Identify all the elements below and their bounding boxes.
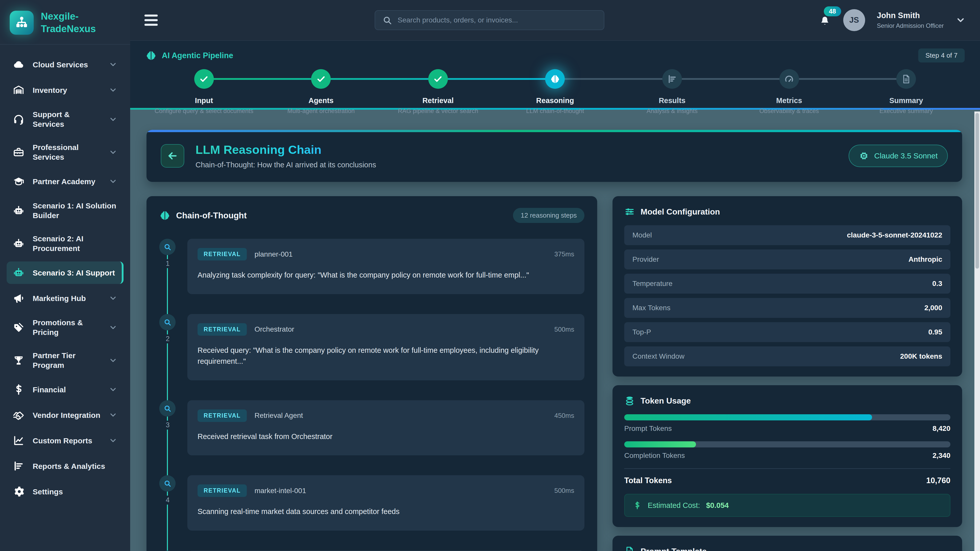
divider	[624, 468, 950, 469]
sitemap-logo-icon	[10, 11, 34, 35]
prompt-template-panel: Prompt Template SYSTEM You are an expert…	[612, 536, 962, 551]
sidebar-item-label: Promotions & Pricing	[33, 318, 100, 337]
back-button[interactable]	[161, 144, 184, 168]
file-text-icon	[901, 74, 912, 84]
scrollbar-thumb[interactable]	[975, 113, 979, 268]
step-type-badge: RETRIEVAL	[197, 248, 247, 260]
sidebar-item-scenario-3[interactable]: Scenario 3: AI Support	[6, 262, 124, 284]
reasoning-step-card: RETRIEVAL Retrieval Agent 450ms Received…	[187, 400, 584, 456]
check-icon	[433, 74, 443, 84]
reasoning-steps-count-badge: 12 reasoning steps	[513, 208, 584, 223]
sidebar-item-partner-tier-program[interactable]: Partner Tier Program	[6, 345, 124, 375]
handshake-icon	[13, 409, 24, 421]
graduation-cap-icon	[13, 176, 24, 187]
pipeline-step-circle[interactable]	[545, 69, 565, 89]
pipeline-step-label: Metrics	[776, 97, 802, 105]
brain-icon	[145, 50, 157, 61]
model-badge: Claude 3.5 Sonnet	[849, 144, 948, 167]
arrow-left-icon	[167, 150, 178, 162]
user-meta: John Smith Senior Admission Officer	[877, 11, 944, 30]
sidebar-item-financial[interactable]: Financial	[6, 378, 124, 401]
scrollbar-track[interactable]	[974, 111, 980, 551]
step-type-badge: RETRIEVAL	[197, 410, 247, 422]
sidebar-item-label: Support & Services	[33, 110, 100, 129]
token-usage-title: Token Usage	[624, 395, 950, 406]
sidebar-item-label: Marketing Hub	[33, 294, 100, 303]
menu-toggle-button[interactable]	[145, 14, 158, 26]
config-value: Anthropic	[908, 256, 942, 264]
pipeline-step-agents[interactable]: Agents Multi-agent orchestration	[262, 69, 380, 114]
sidebar-item-inventory[interactable]: Inventory	[6, 79, 124, 101]
sidebar-item-scenario-2[interactable]: Scenario 2: AI Procurement	[6, 229, 124, 259]
topbar-right: 48 JS John Smith Senior Admission Office…	[818, 9, 966, 31]
robot-icon	[13, 205, 24, 217]
sidebar-item-label: Scenario 2: AI Procurement	[33, 234, 118, 253]
sidebar-item-vendor-integration[interactable]: Vendor Integration	[6, 404, 124, 426]
tags-icon	[13, 322, 24, 333]
sidebar-item-reports-analytics[interactable]: Reports & Analytics	[6, 455, 124, 477]
config-row: Max Tokens 2,000	[624, 298, 950, 318]
chart-line-icon	[13, 435, 24, 446]
chevron-down-icon	[109, 436, 118, 445]
avatar[interactable]: JS	[843, 9, 865, 31]
search-icon	[382, 15, 392, 25]
pipeline-step-circle[interactable]	[194, 69, 214, 89]
sidebar-item-partner-academy[interactable]: Partner Academy	[6, 170, 124, 192]
user-menu-chevron-icon[interactable]	[956, 15, 966, 25]
step-type-badge: RETRIEVAL	[197, 323, 247, 336]
prompt-template-title: Prompt Template	[624, 546, 950, 551]
sidebar-item-custom-reports[interactable]: Custom Reports	[6, 429, 124, 452]
pipeline-step-reasoning[interactable]: Reasoning LLM chain-of-thought	[496, 69, 614, 114]
config-value: 2,000	[924, 304, 942, 312]
pipeline-step-circle[interactable]	[662, 69, 682, 89]
config-label: Temperature	[632, 279, 673, 288]
warehouse-icon	[13, 84, 24, 96]
pipeline-step-label: Agents	[309, 97, 334, 105]
pipeline-step-circle[interactable]	[780, 69, 799, 89]
pipeline-step-retrieval[interactable]: Retrieval RAG pipeline & vector search	[380, 69, 496, 114]
dollar-icon	[633, 501, 641, 510]
step-number: 2	[163, 334, 172, 343]
pipeline-step-results[interactable]: Results Analysis & insights	[614, 69, 731, 114]
sidebar-item-cloud-services[interactable]: Cloud Services	[6, 53, 124, 76]
pipeline-step-label: Results	[659, 97, 686, 105]
notifications-button[interactable]: 48	[818, 13, 832, 27]
right-column: Model Configuration Model claude-3-5-son…	[612, 196, 962, 551]
model-configuration-panel: Model Configuration Model claude-3-5-son…	[612, 196, 962, 376]
file-code-icon	[624, 546, 635, 551]
model-configuration-rows: Model claude-3-5-sonnet-20241022 Provide…	[624, 225, 950, 366]
sidebar-item-promotions-pricing[interactable]: Promotions & Pricing	[6, 313, 124, 342]
pipeline-step-circle[interactable]	[311, 69, 331, 89]
pipeline-step-circle[interactable]	[896, 69, 916, 89]
pipeline-step-input[interactable]: Input Configure query & select documents	[145, 69, 262, 114]
topbar: 48 JS John Smith Senior Admission Office…	[130, 0, 980, 41]
pipeline-step-sublabel: Configure query & select documents	[155, 107, 253, 114]
pipeline-step-label: Input	[195, 97, 213, 105]
notification-count-badge: 48	[824, 6, 841, 16]
pipeline-step-summary[interactable]: Summary Executive summary	[848, 69, 965, 114]
search-input[interactable]	[398, 16, 597, 24]
search-icon	[159, 400, 176, 416]
page-subtitle: Chain-of-Thought: How the AI arrived at …	[196, 161, 376, 169]
sidebar-item-support-services[interactable]: Support & Services	[6, 104, 124, 134]
pipeline-step-label: Retrieval	[422, 97, 454, 105]
sidebar-item-professional-services[interactable]: Professional Services	[6, 137, 124, 167]
user-role: Senior Admission Officer	[877, 22, 944, 30]
pipeline-section: AI Agentic Pipeline Step 4 of 7 Input Co…	[130, 41, 980, 110]
sidebar-item-label: Vendor Integration	[33, 410, 100, 420]
reasoning-step-card: RETRIEVAL Orchestrator 500ms Received qu…	[187, 314, 584, 380]
completion-tokens-bar	[624, 441, 950, 448]
sidebar-item-settings[interactable]: Settings	[6, 480, 124, 503]
sidebar-item-label: Reports & Analytics	[33, 462, 118, 471]
brand[interactable]: Nexgile- TradeNexus	[0, 0, 130, 44]
pipeline-step-sublabel: Observability & traces	[759, 107, 819, 114]
step-type-badge: RETRIEVAL	[197, 484, 247, 497]
chip-icon	[859, 151, 869, 161]
sidebar-item-scenario-1[interactable]: Scenario 1: AI Solution Builder	[6, 196, 124, 225]
pipeline-step-sublabel: Analysis & insights	[647, 107, 698, 114]
global-search[interactable]	[375, 10, 605, 30]
sidebar-item-marketing-hub[interactable]: Marketing Hub	[6, 287, 124, 310]
pipeline-step-circle[interactable]	[428, 69, 448, 89]
pipeline-step-metrics[interactable]: Metrics Observability & traces	[731, 69, 848, 114]
config-value: 200K tokens	[900, 352, 942, 360]
